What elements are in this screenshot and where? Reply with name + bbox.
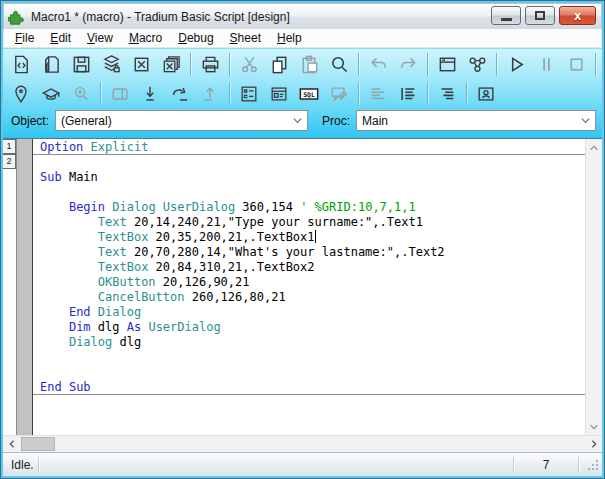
delete-all-button[interactable] <box>156 52 186 77</box>
toolbar-separator <box>229 82 230 105</box>
toggle-breakpoint-button[interactable] <box>6 81 36 106</box>
menu-item-help[interactable]: Help <box>269 30 310 46</box>
app-window: Macro1 * (macro) - Tradium Basic Script … <box>0 0 605 479</box>
toolbar-separator <box>100 82 101 105</box>
status-bar: Idle. 7 <box>3 452 602 476</box>
toolbar-separator <box>358 82 359 105</box>
code-line[interactable]: End Sub <box>40 380 585 395</box>
status-separator <box>38 457 39 473</box>
code-line[interactable] <box>40 365 585 380</box>
step-out-button <box>195 81 225 106</box>
menu-item-file[interactable]: File <box>7 30 42 46</box>
status-text: Idle. <box>11 458 34 472</box>
code-line[interactable]: TextBox 20,35,200,21,.TextBox1 <box>40 230 585 245</box>
code-line[interactable]: Dim dlg As UserDialog <box>40 320 585 335</box>
object-combobox-value: (General) <box>61 114 112 128</box>
sql-button[interactable]: SQL <box>294 81 324 106</box>
comment-block-button <box>324 81 354 106</box>
components-button[interactable] <box>462 52 492 77</box>
status-separator <box>578 457 579 473</box>
outdent-button[interactable] <box>432 81 462 106</box>
paste-button <box>294 52 324 77</box>
code-line[interactable]: OKButton 20,126,90,21 <box>40 275 585 290</box>
find-button[interactable] <box>324 52 354 77</box>
proc-label: Proc: <box>322 114 350 128</box>
step-over-button[interactable] <box>165 81 195 106</box>
horizontal-scrollbar-thumb[interactable] <box>21 437 55 451</box>
module-tab-2[interactable]: 2 <box>3 154 16 169</box>
run-button[interactable] <box>501 52 531 77</box>
undo-button <box>363 52 393 77</box>
watch-window-button[interactable] <box>234 81 264 106</box>
toolbar-separator <box>595 53 596 76</box>
code-lines[interactable]: Option ExplicitSub Main Begin Dialog Use… <box>33 139 585 435</box>
minimize-icon <box>501 18 512 21</box>
toolbar-separator <box>427 82 428 105</box>
code-line[interactable]: Option Explicit <box>40 140 585 155</box>
close-button[interactable]: x <box>559 6 596 25</box>
status-line-number: 7 <box>518 458 574 472</box>
minimize-button[interactable] <box>491 6 521 25</box>
toolbar-separator <box>496 53 497 76</box>
resize-grip[interactable] <box>585 457 600 472</box>
chevron-down-icon[interactable] <box>292 115 303 129</box>
print-button[interactable] <box>195 52 225 77</box>
menu-item-sheet[interactable]: Sheet <box>222 30 269 46</box>
object-browser-button[interactable] <box>471 81 501 106</box>
code-line[interactable]: Dialog dlg <box>40 335 585 350</box>
toolbar-separator <box>358 53 359 76</box>
status-separator <box>513 457 514 473</box>
delete-button[interactable] <box>126 52 156 77</box>
code-line[interactable]: TextBox 20,84,310,21,.TextBox2 <box>40 260 585 275</box>
code-line[interactable] <box>40 185 585 200</box>
scroll-up-icon[interactable] <box>586 139 603 156</box>
code-line[interactable]: End Dialog <box>40 305 585 320</box>
proc-combobox[interactable]: Main <box>356 110 596 131</box>
save-button[interactable] <box>66 52 96 77</box>
code-line[interactable] <box>40 155 585 170</box>
menu-bar: FileEditViewMacroDebugSheetHelp <box>3 29 602 48</box>
title-bar: Macro1 * (macro) - Tradium Basic Script … <box>3 3 602 29</box>
code-line[interactable]: Sub Main <box>40 170 585 185</box>
code-line[interactable]: Begin Dialog UserDialog 360,154 ' %GRID:… <box>40 200 585 215</box>
code-line[interactable]: CancelButton 260,126,80,21 <box>40 290 585 305</box>
menu-item-view[interactable]: View <box>79 30 121 46</box>
add-watch-button <box>66 81 96 106</box>
menu-item-macro[interactable]: Macro <box>121 30 170 46</box>
quick-watch-button[interactable] <box>36 81 66 106</box>
toolbar-debug: SQL <box>3 79 602 107</box>
scroll-left-icon[interactable] <box>3 436 20 453</box>
save-all-button[interactable] <box>96 52 126 77</box>
immediate-window-button[interactable] <box>264 81 294 106</box>
vertical-scrollbar[interactable] <box>585 139 602 435</box>
menu-item-debug[interactable]: Debug <box>170 30 221 46</box>
text-caret <box>315 230 316 243</box>
horizontal-scrollbar[interactable] <box>3 435 602 452</box>
sql-icon-label: SQL <box>303 91 315 98</box>
object-proc-row: Object: (General) Proc: Main <box>3 107 602 138</box>
chevron-down-icon[interactable] <box>580 115 591 129</box>
code-line[interactable] <box>40 350 585 365</box>
module-tab-1[interactable]: 1 <box>3 139 16 154</box>
toolbar-main <box>3 49 602 79</box>
code-editor: 12 Option ExplicitSub Main Begin Dialog … <box>3 138 602 435</box>
maximize-icon <box>535 11 545 20</box>
indent-button[interactable] <box>393 81 423 106</box>
userdialog-editor-button[interactable] <box>432 52 462 77</box>
breakpoint-gutter[interactable] <box>16 139 33 435</box>
code-line[interactable]: Text 20,70,280,14,"What's your lastname:… <box>40 245 585 260</box>
new-macro-button[interactable] <box>6 52 36 77</box>
step-into-button[interactable] <box>135 81 165 106</box>
scroll-down-icon[interactable] <box>586 418 603 435</box>
scroll-right-icon[interactable] <box>585 436 602 453</box>
window-title: Macro1 * (macro) - Tradium Basic Script … <box>31 10 290 24</box>
copy-button[interactable] <box>264 52 294 77</box>
open-macro-button[interactable] <box>36 52 66 77</box>
maximize-button[interactable] <box>525 6 555 25</box>
object-label: Object: <box>11 114 49 128</box>
code-line[interactable]: Text 20,14,240,21,"Type your surname:",.… <box>40 215 585 230</box>
object-combobox[interactable]: (General) <box>55 110 308 131</box>
menu-item-edit[interactable]: Edit <box>42 30 79 46</box>
toolbar-separator <box>466 82 467 105</box>
toolbar-separator <box>229 53 230 76</box>
